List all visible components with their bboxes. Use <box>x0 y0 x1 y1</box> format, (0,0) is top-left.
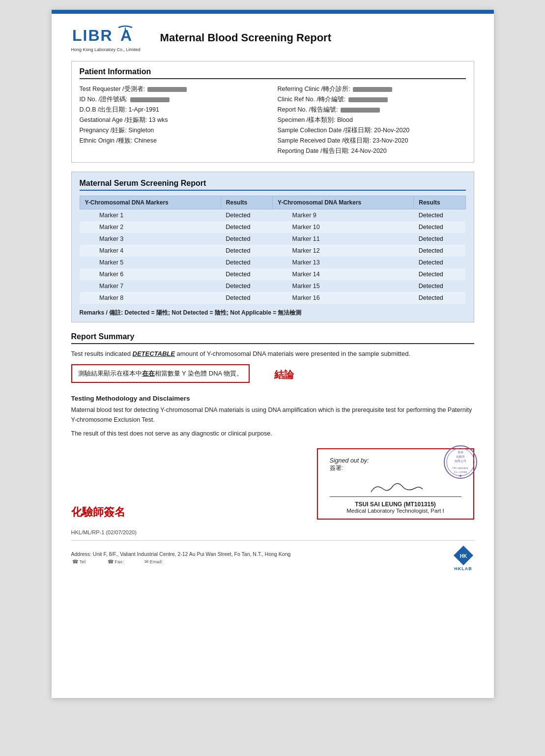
signout-label: Signed out by: <box>330 457 461 464</box>
summary-heading: Report Summary <box>71 332 474 344</box>
signout-label-cn: 簽署: <box>330 464 461 472</box>
svg-text:香港: 香港 <box>458 451 463 454</box>
logo-subtitle: Hong Kong Laboratory Co., Limited <box>71 47 141 52</box>
marker-left-6: Marker 7 <box>80 280 221 292</box>
marker-right-0: Marker 9 <box>272 209 413 222</box>
libra-logo-svg: LIBR A <box>71 24 140 46</box>
redacted-clinic <box>353 87 392 92</box>
result-left-6: Detected <box>221 280 272 292</box>
marker-right-1: Marker 10 <box>272 221 413 233</box>
col1-header: Y-Chromosomal DNA Markers <box>80 196 221 209</box>
patient-info-section: Patient Information Test Requester /受測者:… <box>71 61 474 163</box>
detectable-word: DETECTABLE <box>133 350 175 357</box>
signature-line <box>330 477 461 497</box>
patient-row-samplecollection: Sample Collection Date /採樣日期: 20-Nov-202… <box>278 125 466 136</box>
signature-wrapper: 化驗師簽名 香港 化驗所 有限公司 HK Laboratory Co., Lim… <box>71 448 474 520</box>
signee-name: TSUI SAI LEUNG (MT101315) <box>330 501 461 508</box>
result-left-1: Detected <box>221 221 272 233</box>
redacted-reportno <box>341 108 380 113</box>
patient-row-id: ID No. /證件號碼: <box>80 94 268 105</box>
col4-header: Results <box>414 196 465 209</box>
footer-address: Address: Unit F, 8/F., Valiant Industria… <box>71 540 474 571</box>
marker-right-5: Marker 14 <box>272 268 413 280</box>
signee-title: Medical Laboratory Technologist, Part I <box>330 508 461 514</box>
result-right-4: Detected <box>414 257 465 268</box>
result-left-5: Detected <box>221 268 272 280</box>
col2-header: Results <box>221 196 272 209</box>
result-right-6: Detected <box>414 280 465 292</box>
svg-text:化驗所: 化驗所 <box>456 455 465 458</box>
hklab-logo: HK HKLAB <box>453 545 474 571</box>
cn-bold-text: 在在 <box>142 370 155 377</box>
patient-row-requester: Test Requester /受測者: <box>80 84 268 94</box>
methodology-heading: Testing Methodology and Disclaimers <box>71 395 474 402</box>
header: LIBR A Hong Kong Laboratory Co., Limited… <box>71 24 474 52</box>
result-right-1: Detected <box>414 221 465 233</box>
methodology-text1: Maternal blood test for detecting Y-chro… <box>71 405 474 425</box>
svg-text:HK Laboratory: HK Laboratory <box>452 466 468 469</box>
hklab-text: HKLAB <box>454 566 472 571</box>
conclusion-box: 測驗結果顯示在樣本中在在相當數量 Y 染色體 DNA 物質。 <box>71 364 250 383</box>
result-left-3: Detected <box>221 245 272 257</box>
result-left-4: Detected <box>221 257 272 268</box>
screening-section: Maternal Serum Screening Report Y-Chromo… <box>71 172 474 322</box>
result-right-3: Detected <box>414 245 465 257</box>
remarks: Remarks / 備註: Detected = 陽性; Not Detecte… <box>80 309 466 317</box>
marker-right-7: Marker 16 <box>272 292 413 304</box>
stamp-circle: 香港 化驗所 有限公司 HK Laboratory Co., Limited <box>443 444 478 480</box>
col3-header: Y-Chromosomal DNA Markers <box>272 196 413 209</box>
chemist-label: 化驗師簽名 <box>71 505 125 520</box>
patient-row-clinic: Referring Clinic /轉介診所: <box>278 84 466 94</box>
patient-fields-left: Test Requester /受測者: ID No. /證件號碼: D.O.B… <box>80 84 268 156</box>
svg-text:Co., Limited: Co., Limited <box>454 470 467 473</box>
marker-left-0: Marker 1 <box>80 209 221 222</box>
result-left-2: Detected <box>221 233 272 245</box>
result-right-7: Detected <box>414 292 465 304</box>
marker-left-4: Marker 5 <box>80 257 221 268</box>
summary-section: Report Summary Test results indicated DE… <box>71 332 474 386</box>
conclusion-label: 結論 <box>274 368 294 381</box>
result-left-0: Detected <box>221 209 272 222</box>
result-right-2: Detected <box>414 233 465 245</box>
patient-row-dob: D.O.B /出生日期: 1-Apr-1991 <box>80 105 268 115</box>
svg-text:有限公司: 有限公司 <box>455 460 466 463</box>
signature-svg <box>366 478 425 495</box>
patient-fields-right: Referring Clinic /轉介診所: Clinic Ref No. /… <box>278 84 466 156</box>
screening-heading: Maternal Serum Screening Report <box>80 179 466 191</box>
report-title: Maternal Blood Screening Report <box>160 31 331 44</box>
result-right-0: Detected <box>414 209 465 222</box>
svg-point-10 <box>459 475 461 477</box>
marker-left-3: Marker 4 <box>80 245 221 257</box>
marker-right-4: Marker 13 <box>272 257 413 268</box>
redacted-id <box>130 97 170 102</box>
result-right-5: Detected <box>414 268 465 280</box>
footer-address-text: Address: Unit F, 8/F., Valiant Industria… <box>71 551 443 564</box>
patient-info-grid: Test Requester /受測者: ID No. /證件號碼: D.O.B… <box>80 84 466 156</box>
patient-row-specimen: Specimen /樣本類別: Blood <box>278 115 466 125</box>
summary-text: Test results indicated DETECTABLE amount… <box>71 349 474 359</box>
marker-right-2: Marker 11 <box>272 233 413 245</box>
footer-doc-ref: HKL/ML/RP-1 (02/07/2020) <box>71 529 474 535</box>
patient-row-reporting: Reporting Date /報告日期: 24-Nov-2020 <box>278 146 466 156</box>
logo-area: LIBR A Hong Kong Laboratory Co., Limited <box>71 24 141 52</box>
page: LIBR A Hong Kong Laboratory Co., Limited… <box>52 10 494 698</box>
patient-row-samplereceived: Sample Received Date /收樣日期: 23-Nov-2020 <box>278 136 466 146</box>
top-bar <box>52 10 494 14</box>
redacted-requester <box>147 87 187 92</box>
marker-left-2: Marker 3 <box>80 233 221 245</box>
hklab-diamond-icon: HK <box>453 545 474 566</box>
redacted-clinicref <box>348 97 388 102</box>
svg-text:LIBR: LIBR <box>72 27 113 44</box>
patient-row-reportno: Report No. /報告編號: <box>278 105 466 115</box>
patient-row-gestational: Gestational Age /妊娠期: 13 wks <box>80 115 268 125</box>
signout-box: 香港 化驗所 有限公司 HK Laboratory Co., Limited S… <box>317 448 474 520</box>
footer-contact: ☎ Tel: ☎ Fax: ✉ Email: <box>71 559 443 564</box>
marker-right-3: Marker 12 <box>272 245 413 257</box>
result-left-7: Detected <box>221 292 272 304</box>
marker-right-6: Marker 15 <box>272 280 413 292</box>
conclusion-wrapper: 測驗結果顯示在樣本中在在相當數量 Y 染色體 DNA 物質。 結論 <box>71 364 474 386</box>
markers-table: Y-Chromosomal DNA Markers Results Y-Chro… <box>80 196 466 304</box>
marker-left-5: Marker 6 <box>80 268 221 280</box>
svg-text:A: A <box>120 27 132 44</box>
svg-text:HK: HK <box>459 553 467 559</box>
